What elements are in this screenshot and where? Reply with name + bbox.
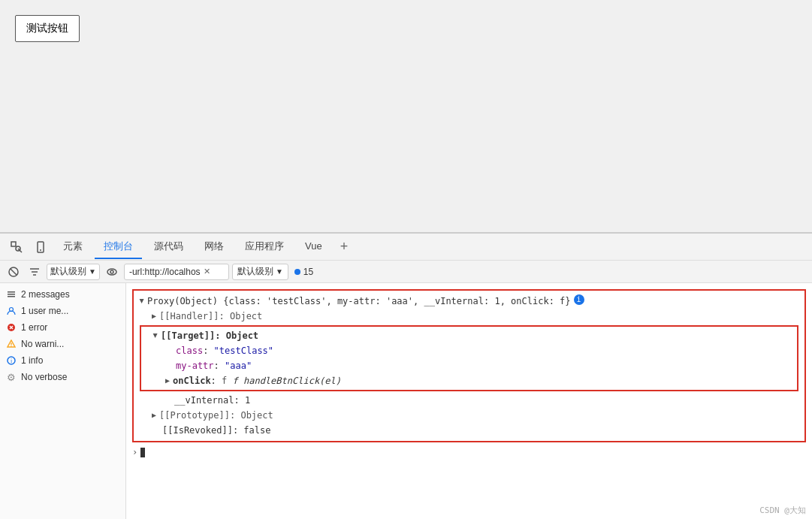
- tab-vue[interactable]: Vue: [296, 236, 331, 258]
- svg-line-6: [11, 269, 17, 275]
- target-expand-arrow[interactable]: ▶: [149, 333, 162, 338]
- console-cursor[interactable]: [140, 448, 145, 457]
- handler-line[interactable]: ▶ [[Handler]]: Object: [140, 309, 798, 324]
- svg-point-21: [11, 345, 11, 346]
- tab-application[interactable]: 应用程序: [236, 235, 293, 259]
- console-input-line: ›: [126, 445, 812, 459]
- console-output[interactable]: ▶ Proxy(Object) {class: 'testClass', my-…: [126, 283, 812, 519]
- sidebar-item-warn[interactable]: No warni...: [0, 336, 125, 352]
- highlight-box: ▶ [[Target]]: Object class : "testClass"…: [140, 325, 798, 391]
- context-selector[interactable]: 默认级别 ▼: [47, 264, 100, 280]
- tab-console[interactable]: 控制台: [95, 235, 142, 259]
- context-chevron-icon: ▼: [89, 267, 96, 276]
- onclick-val: f handleBtnClick(el): [233, 374, 342, 388]
- myattr-key: my-attr: [176, 359, 214, 373]
- myattr-val: "aaa": [225, 359, 252, 373]
- user-messages-label: 1 user me...: [21, 306, 119, 316]
- onclick-key: onClick: [173, 374, 211, 388]
- tab-elements[interactable]: 元素: [54, 235, 92, 259]
- eye-icon[interactable]: [103, 263, 121, 281]
- error-label: 1 error: [21, 322, 119, 333]
- info-label: 1 info: [21, 355, 119, 366]
- onclick-expand-arrow[interactable]: ▶: [165, 374, 170, 388]
- mobile-icon[interactable]: [30, 237, 51, 258]
- inspect-icon[interactable]: [6, 237, 27, 258]
- target-line[interactable]: ▶ [[Target]]: Object: [141, 328, 797, 343]
- log-level-label: 默认级别: [237, 265, 273, 278]
- sidebar-item-error[interactable]: 1 error: [0, 319, 125, 336]
- clear-console-button[interactable]: [5, 263, 23, 281]
- list-icon: [6, 289, 17, 300]
- issue-dot-icon: [294, 269, 300, 275]
- browser-page: 测试按钮: [0, 0, 812, 233]
- log-level-chevron-icon: ▼: [276, 267, 283, 276]
- handler-expand-arrow[interactable]: ▶: [152, 309, 156, 323]
- issue-count-label: 15: [303, 267, 313, 277]
- proxy-header-text: Proxy(Object) {class: 'testClass', my-at…: [147, 294, 571, 308]
- class-line[interactable]: class : "testClass": [141, 343, 797, 358]
- filter-input-container[interactable]: -url:http://localhos ✕: [124, 264, 229, 280]
- prototype-text: [[Prototype]]: Object: [159, 409, 273, 422]
- svg-rect-0: [11, 242, 16, 246]
- tab-network[interactable]: 网络: [195, 235, 233, 259]
- devtools-panel: 元素 控制台 源代码 网络 应用程序 Vue + 默认级别 ▼ -url:htt…: [0, 233, 812, 519]
- devtools-body: 2 messages 1 user me... 1 error No warni…: [0, 283, 812, 519]
- tab-sources[interactable]: 源代码: [145, 235, 192, 259]
- svg-rect-12: [8, 291, 15, 293]
- filter-toggle-button[interactable]: [26, 263, 44, 281]
- add-tab-button[interactable]: +: [334, 239, 355, 255]
- watermark: CSDN @大知: [759, 505, 806, 516]
- isrevoked-text: [[IsRevoked]]: false: [162, 424, 271, 437]
- vinternal-line: __vInternal: 1: [140, 393, 798, 408]
- sidebar-item-user[interactable]: 1 user me...: [0, 303, 125, 319]
- messages-label: 2 messages: [21, 289, 119, 300]
- sidebar-item-info[interactable]: i 1 info: [0, 352, 125, 369]
- proxy-expand-arrow[interactable]: ▶: [135, 299, 149, 303]
- onclick-line[interactable]: ▶ onClick : f f handleBtnClick(el): [141, 373, 797, 388]
- svg-rect-3: [38, 242, 44, 252]
- target-text: [[Target]]: Object: [161, 329, 258, 342]
- sidebar-item-messages[interactable]: 2 messages: [0, 286, 125, 303]
- sidebar-item-verbose[interactable]: ⚙ No verbose: [0, 369, 125, 385]
- verbose-icon: ⚙: [6, 372, 17, 382]
- context-label: 默认级别: [50, 265, 86, 278]
- console-toolbar: 默认级别 ▼ -url:http://localhos ✕ 默认级别 ▼ 15: [0, 261, 812, 283]
- issue-count-badge: 15: [294, 267, 313, 277]
- isrevoked-line: [[IsRevoked]]: false: [140, 423, 798, 438]
- filter-clear-icon[interactable]: ✕: [204, 267, 210, 276]
- svg-rect-13: [8, 294, 15, 295]
- svg-point-10: [107, 269, 116, 275]
- devtools-tabs-bar: 元素 控制台 源代码 网络 应用程序 Vue +: [0, 234, 812, 261]
- info-icon: i: [6, 355, 17, 366]
- warn-label: No warni...: [21, 339, 119, 349]
- proxy-info-icon[interactable]: i: [574, 294, 584, 305]
- proxy-line[interactable]: ▶ Proxy(Object) {class: 'testClass', my-…: [140, 294, 798, 309]
- prototype-expand-arrow[interactable]: ▶: [152, 409, 156, 422]
- console-sidebar: 2 messages 1 user me... 1 error No warni…: [0, 283, 126, 519]
- console-prompt: ›: [132, 447, 137, 457]
- svg-text:i: i: [11, 358, 13, 364]
- svg-point-11: [110, 270, 113, 273]
- class-key: class: [176, 344, 203, 358]
- vinternal-text: __vInternal: 1: [174, 394, 250, 407]
- verbose-label: No verbose: [21, 372, 119, 382]
- log-level-selector[interactable]: 默认级别 ▼: [232, 264, 288, 280]
- error-icon: [6, 322, 17, 333]
- class-val: "testClass": [214, 344, 273, 358]
- warn-icon: [6, 339, 17, 349]
- filter-placeholder-text: -url:http://localhos: [129, 267, 201, 277]
- console-content-box: ▶ Proxy(Object) {class: 'testClass', my-…: [132, 289, 806, 442]
- user-icon: [6, 306, 17, 316]
- myattr-line[interactable]: my-attr : "aaa": [141, 358, 797, 373]
- svg-rect-14: [8, 296, 15, 297]
- prototype-line[interactable]: ▶ [[Prototype]]: Object: [140, 408, 798, 423]
- test-button[interactable]: 测试按钮: [15, 15, 80, 42]
- handler-text: [[Handler]]: Object: [159, 309, 262, 323]
